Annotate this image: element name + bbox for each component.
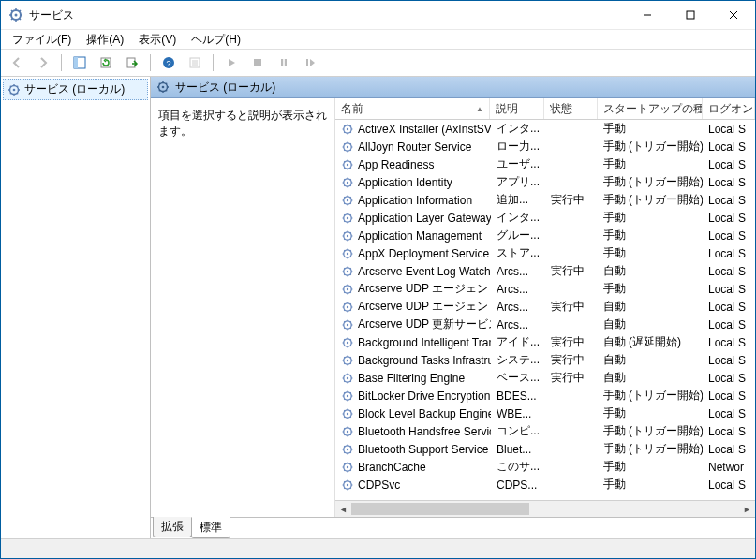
menu-file[interactable]: ファイル(F): [5, 30, 79, 50]
service-row[interactable]: AppX Deployment Service (...ストア...手動Loca…: [335, 244, 755, 262]
service-logon: Local S: [703, 478, 755, 492]
col-header-description[interactable]: 説明: [490, 98, 544, 119]
toolbar-separator: [150, 54, 151, 71]
tab-standard[interactable]: 標準: [191, 517, 230, 538]
start-service-button[interactable]: [219, 51, 244, 74]
service-row[interactable]: BitLocker Drive Encryption ...BDES...手動 …: [335, 387, 755, 405]
tab-extended[interactable]: 拡張: [153, 517, 192, 537]
svg-point-41: [347, 323, 348, 325]
col-header-status[interactable]: 状態: [544, 98, 597, 119]
service-row[interactable]: Application Managementグルー...手動Local S: [335, 227, 755, 244]
service-row[interactable]: Bluetooth Support ServiceBluet...手動 (トリガ…: [335, 440, 755, 458]
svg-rect-13: [306, 59, 308, 66]
svg-point-19: [347, 127, 348, 129]
scroll-left-icon[interactable]: ◄: [335, 501, 351, 517]
gear-icon: [341, 336, 354, 349]
service-row[interactable]: Application Identityアプリ...手動 (トリガー開始)Loc…: [335, 173, 755, 191]
col-header-name[interactable]: 名前 ▲: [335, 98, 490, 119]
service-row[interactable]: Block Level Backup Engine ...WBE...手動Loc…: [335, 405, 755, 422]
svg-point-51: [347, 412, 348, 414]
svg-point-49: [347, 394, 348, 396]
gear-icon: [341, 283, 354, 296]
properties-button[interactable]: [183, 51, 207, 74]
gear-icon: [341, 407, 354, 420]
help-button[interactable]: ?: [156, 51, 181, 74]
service-startup: 自動: [598, 370, 703, 386]
scroll-right-icon[interactable]: ►: [739, 501, 755, 517]
export-list-button[interactable]: [120, 51, 144, 74]
svg-rect-12: [285, 59, 287, 66]
service-row[interactable]: Application Information追加...実行中手動 (トリガー開…: [335, 191, 755, 209]
service-row[interactable]: CDPSvcCDPS...手動Local S: [335, 476, 755, 493]
menu-action[interactable]: 操作(A): [79, 30, 131, 50]
service-row[interactable]: Arcserve UDP エージェント サー...Arcs...実行中自動Loc…: [335, 298, 755, 316]
service-logon: Local S: [703, 123, 755, 136]
refresh-button[interactable]: [94, 51, 118, 74]
svg-point-45: [347, 359, 348, 360]
gear-icon: [341, 301, 354, 314]
scroll-thumb[interactable]: [351, 503, 529, 515]
service-startup: 手動 (トリガー開始): [598, 423, 703, 439]
service-row[interactable]: Background Intelligent Tran...アイド...実行中自…: [335, 333, 755, 351]
service-startup: 手動: [598, 228, 703, 243]
horizontal-scrollbar[interactable]: ◄ ►: [335, 500, 755, 517]
service-row[interactable]: Arcserve UDP 更新サービスArcs...自動Local S: [335, 316, 755, 333]
service-startup: 自動: [598, 299, 703, 315]
service-logon: Local S: [703, 318, 755, 331]
service-name: Application Layer Gateway ...: [358, 212, 491, 225]
col-header-startup[interactable]: スタートアップの種類: [598, 98, 703, 119]
scroll-track[interactable]: [351, 501, 739, 517]
pause-service-button[interactable]: [272, 51, 296, 74]
service-row[interactable]: BranchCacheこのサ...手動Networ: [335, 458, 755, 476]
gear-icon: [341, 354, 354, 367]
service-row[interactable]: Bluetooth Handsfree Serviceコンピ...手動 (トリガ…: [335, 422, 755, 440]
service-row[interactable]: Arcserve UDP エージェント エク...Arcs...手動Local …: [335, 280, 755, 298]
service-name: Arcserve UDP 更新サービス: [358, 316, 491, 332]
service-name: Application Identity: [358, 176, 452, 189]
stop-service-button[interactable]: [245, 51, 270, 74]
restart-service-button[interactable]: [298, 51, 322, 74]
minimize-button[interactable]: [626, 1, 669, 29]
list-body[interactable]: ActiveX Installer (AxInstSV)インタ...手動Loca…: [335, 120, 755, 500]
service-description: BDES...: [491, 390, 545, 403]
gear-icon: [341, 247, 354, 260]
service-row[interactable]: AllJoyn Router Serviceロー力...手動 (トリガー開始)L…: [335, 138, 755, 155]
show-hide-tree-button[interactable]: [67, 51, 92, 74]
service-description: WBE...: [491, 407, 545, 420]
service-description: グルー...: [491, 228, 545, 243]
forward-button[interactable]: [31, 51, 55, 74]
bottom-tabs: 拡張 標準: [151, 517, 755, 538]
service-row[interactable]: Base Filtering Engineベース...実行中自動Local S: [335, 369, 755, 387]
svg-point-53: [347, 430, 348, 432]
tree-root-services-local[interactable]: サービス (ローカル): [3, 79, 148, 100]
service-logon: Local S: [703, 212, 755, 225]
svg-point-25: [347, 181, 348, 183]
service-description: インタ...: [491, 210, 545, 226]
svg-point-57: [347, 465, 348, 467]
service-logon: Local S: [703, 158, 755, 171]
service-logon: Networ: [703, 461, 755, 474]
service-description: システ...: [491, 352, 545, 368]
service-row[interactable]: Background Tasks Infrastruc...システ...実行中自…: [335, 351, 755, 369]
service-startup: 自動: [598, 352, 703, 368]
service-row[interactable]: App Readinessユーザ...手動Local S: [335, 155, 755, 173]
service-description: このサ...: [491, 459, 545, 475]
service-row[interactable]: Application Layer Gateway ...インタ...手動Loc…: [335, 209, 755, 227]
service-status: 実行中: [545, 352, 598, 368]
service-row[interactable]: ActiveX Installer (AxInstSV)インタ...手動Loca…: [335, 120, 755, 138]
service-row[interactable]: Arcserve Event Log WatchArcs...実行中自動Loca…: [335, 262, 755, 280]
gear-icon: [341, 194, 354, 207]
menu-help[interactable]: ヘルプ(H): [184, 30, 248, 50]
service-description: ユーザ...: [491, 156, 545, 172]
service-description: CDPS...: [491, 478, 545, 492]
menu-view[interactable]: 表示(V): [131, 30, 184, 50]
maximize-button[interactable]: [669, 1, 712, 29]
service-name: AppX Deployment Service (...: [358, 247, 491, 260]
close-button[interactable]: [712, 1, 755, 29]
menubar: ファイル(F) 操作(A) 表示(V) ヘルプ(H): [1, 30, 755, 50]
service-name: App Readiness: [358, 158, 434, 171]
service-description: ロー力...: [491, 139, 545, 154]
service-logon: Local S: [703, 265, 755, 278]
col-header-logon[interactable]: ログオン: [703, 98, 755, 119]
back-button[interactable]: [5, 51, 29, 74]
